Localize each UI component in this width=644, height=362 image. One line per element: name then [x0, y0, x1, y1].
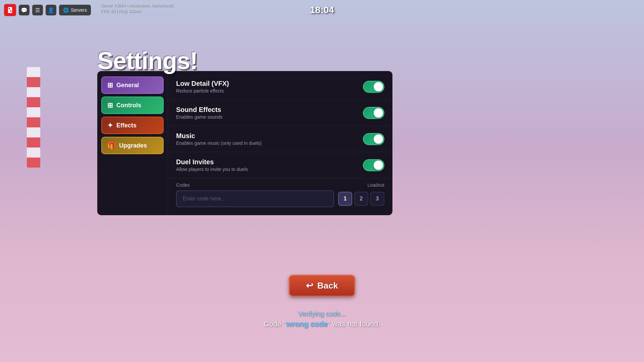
setting-title-low-detail: Low Detail (VFX) [176, 80, 363, 87]
svg-rect-1 [9, 8, 10, 9]
topbar-icons: 💬 ☰ 👤 🌐 Servers [4, 4, 91, 16]
page-button-2[interactable]: 2 [354, 192, 368, 206]
setting-desc-duel-invites: Allow players to invite you to duels [176, 167, 363, 172]
effects-label: Effects [116, 122, 137, 129]
setting-title-sound-effects: Sound Effects [176, 106, 363, 114]
globe-icon: 🌐 [63, 7, 69, 13]
toggle-knob-low-detail [374, 82, 383, 92]
error-prefix: Code " [264, 320, 286, 328]
loadout-label[interactable]: Loadout [367, 182, 384, 188]
error-suffix: " was not found. [327, 320, 380, 328]
menu-icon[interactable]: ☰ [32, 5, 43, 15]
back-arrow-icon: ↩ [306, 281, 313, 291]
settings-container: Settings! ⊞ General ⊞ Controls ✦ Effects… [97, 47, 392, 215]
bottom-section: Codes Loadout 1 2 3 [168, 178, 392, 213]
server-info: Server Y3664 • Amsterdam, Netherlands FP… [101, 3, 173, 14]
verifying-text: Verifying code... [264, 310, 380, 318]
controls-label: Controls [116, 102, 141, 109]
setting-desc-music: Enables game music (only used in duels) [176, 140, 363, 146]
server-name: Server Y3664 • Amsterdam, Netherlands [101, 3, 173, 8]
toggle-sound-effects[interactable] [363, 107, 384, 119]
upgrades-icon: 🎁 [107, 141, 116, 149]
sidebar: ⊞ General ⊞ Controls ✦ Effects 🎁 Upgrade… [97, 71, 168, 215]
roblox-logo-icon[interactable] [4, 4, 16, 16]
setting-row-duel-invites: Duel Invites Allow players to invite you… [168, 152, 392, 178]
setting-info-music: Music Enables game music (only used in d… [176, 132, 363, 146]
settings-panel: ⊞ General ⊞ Controls ✦ Effects 🎁 Upgrade… [97, 71, 392, 215]
setting-title-duel-invites: Duel Invites [176, 158, 363, 166]
controls-icon: ⊞ [107, 101, 113, 109]
setting-row-music: Music Enables game music (only used in d… [168, 126, 392, 152]
code-row: 1 2 3 [176, 190, 384, 207]
toggle-knob-music [374, 134, 383, 144]
error-text: Code "wrong code" was not found. [264, 320, 380, 328]
bottom-labels: Codes Loadout [176, 182, 384, 188]
svg-rect-0 [8, 7, 12, 13]
general-label: General [116, 82, 139, 89]
setting-info-duel-invites: Duel Invites Allow players to invite you… [176, 158, 363, 172]
setting-title-music: Music [176, 132, 363, 140]
status-area: Verifying code... Code "wrong code" was … [264, 310, 380, 328]
general-icon: ⊞ [107, 81, 113, 89]
sidebar-item-general[interactable]: ⊞ General [101, 76, 164, 94]
upgrades-label: Upgrades [119, 142, 147, 149]
servers-button[interactable]: 🌐 Servers [59, 5, 91, 15]
content-area: Low Detail (VFX) Reduce particle effects… [168, 71, 392, 215]
setting-desc-low-detail: Reduce particle effects [176, 88, 363, 94]
code-input[interactable] [176, 190, 334, 207]
sidebar-item-controls[interactable]: ⊞ Controls [101, 97, 164, 114]
setting-info-sound-effects: Sound Effects Enables game sounds [176, 106, 363, 120]
bg-stripe-decoration [27, 67, 40, 168]
codes-label[interactable]: Codes [176, 182, 190, 188]
chat-icon[interactable]: 💬 [19, 5, 30, 15]
servers-label: Servers [71, 7, 87, 13]
sidebar-item-upgrades[interactable]: 🎁 Upgrades [101, 137, 164, 154]
setting-row-low-detail: Low Detail (VFX) Reduce particle effects [168, 74, 392, 100]
setting-info-low-detail: Low Detail (VFX) Reduce particle effects [176, 80, 363, 94]
page-button-1[interactable]: 1 [338, 192, 352, 206]
settings-title: Settings! [97, 47, 392, 74]
page-button-3[interactable]: 3 [370, 192, 384, 206]
top-bar: 💬 ☰ 👤 🌐 Servers Server Y3664 • Amsterdam… [0, 0, 644, 20]
back-label: Back [317, 281, 338, 291]
effects-icon: ✦ [107, 121, 113, 129]
back-button[interactable]: ↩ Back [289, 275, 355, 297]
toggle-duel-invites[interactable] [363, 159, 384, 171]
setting-row-sound-effects: Sound Effects Enables game sounds [168, 100, 392, 126]
toggle-low-detail[interactable] [363, 81, 384, 93]
fps-ping: FPS: 50 | Ping: 232ms [101, 8, 173, 14]
setting-desc-sound-effects: Enables game sounds [176, 114, 363, 120]
error-code: wrong code [286, 320, 327, 328]
sidebar-item-effects[interactable]: ✦ Effects [101, 117, 164, 134]
toggle-knob-sound-effects [374, 108, 383, 118]
toggle-knob-duel-invites [374, 161, 383, 170]
time-display: 18:04 [310, 5, 334, 15]
toggle-music[interactable] [363, 133, 384, 145]
page-buttons: 1 2 3 [338, 192, 384, 206]
profile-icon[interactable]: 👤 [46, 5, 56, 15]
svg-rect-2 [10, 10, 11, 12]
